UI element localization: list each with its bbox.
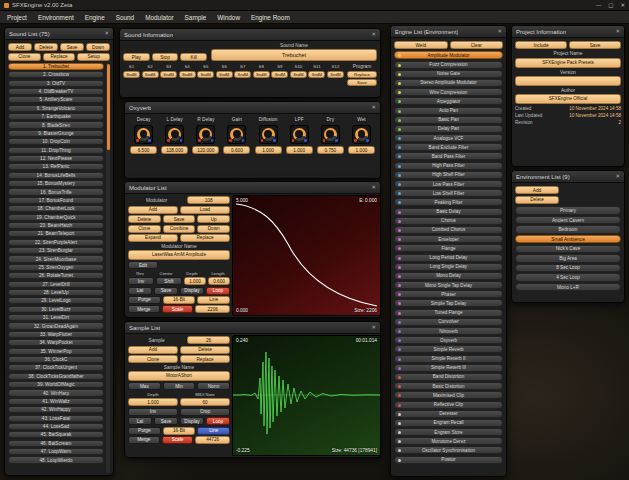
sound-list-scrollbar[interactable]	[106, 63, 110, 473]
author-field[interactable]: SFXEngine Official	[515, 94, 621, 104]
sound-list-item[interactable]: 43. LoseFatal	[8, 415, 104, 422]
menu-item[interactable]: Sound	[116, 14, 134, 21]
engine-list-item[interactable]: Deresser	[394, 410, 503, 418]
knob-control[interactable]	[259, 125, 278, 144]
menu-item[interactable]: Modulator	[145, 14, 173, 21]
environment-add-button[interactable]: Add	[515, 186, 559, 194]
knob-control[interactable]	[165, 125, 184, 144]
sample-index-value[interactable]: 26	[187, 336, 230, 344]
engine-list-item[interactable]: Low Pass Filter	[394, 180, 503, 188]
close-icon[interactable]: ✕	[497, 29, 502, 35]
menu-item[interactable]: Window	[217, 14, 240, 21]
modulator-edit-button[interactable]: Loop	[206, 287, 230, 295]
shift-button[interactable]: Shift	[156, 277, 182, 285]
environment-list-item[interactable]: Nick's Cave	[515, 245, 621, 253]
sound-list-item[interactable]: 18. ChamberLock	[8, 205, 104, 212]
sound-list-item[interactable]: 44. LoseSad	[8, 423, 104, 430]
sound-list-button[interactable]: Replace	[43, 53, 76, 61]
sound-list-item[interactable]: 7. Earthquake	[8, 113, 104, 120]
scrollbar-thumb[interactable]	[107, 64, 110, 150]
program-save-button[interactable]: Save	[347, 79, 377, 86]
knob-value[interactable]: 0.600	[223, 146, 250, 154]
knob-control[interactable]	[196, 125, 215, 144]
sample-edit-button[interactable]: Save	[154, 417, 178, 425]
sound-list-item[interactable]: 34. WarpPocket	[8, 339, 104, 346]
engine-list-item[interactable]: High Pass Filter	[394, 162, 503, 170]
engine-list-item[interactable]: Simple Reverb III	[394, 364, 503, 372]
engine-list-item[interactable]: Simple Tap Delay	[394, 299, 503, 307]
sound-list-item[interactable]: 22. SirenPurpleAlert	[8, 239, 104, 246]
engine-list-item[interactable]: Positor	[394, 456, 503, 464]
sample-button[interactable]: Add	[128, 346, 178, 354]
close-icon[interactable]: ✕	[615, 174, 620, 180]
slot-sndm-button[interactable]: SndM	[271, 71, 288, 78]
engine-list-item[interactable]: Noise Gate	[394, 70, 503, 78]
sample-edit-button[interactable]: Scale	[162, 436, 194, 444]
engine-list-item[interactable]: High Shelf Filter	[394, 171, 503, 179]
modulator-button[interactable]: Delete	[128, 215, 161, 223]
close-icon[interactable]: ✕	[371, 325, 376, 331]
sound-list-item[interactable]: 6. StrangeVolcano	[8, 105, 104, 112]
sound-list-item[interactable]: 47. LoopWarm	[8, 448, 104, 455]
slot-sndm-button[interactable]: SndM	[160, 71, 177, 78]
sound-list-button[interactable]: Clone	[8, 53, 41, 61]
engine-list-item[interactable]: Phaser	[394, 290, 503, 298]
modulator-button[interactable]: Up	[197, 215, 230, 223]
sound-list-item[interactable]: 48. LoopWierdo	[8, 456, 104, 463]
sound-list-item[interactable]: 10. DropCoin	[8, 138, 104, 145]
environment-list-item[interactable]: Big Area	[515, 254, 621, 262]
sound-list-item[interactable]: 42. WinHappy	[8, 406, 104, 413]
modulator-edit-button[interactable]: Merge	[128, 305, 160, 313]
invert-button[interactable]: Inv	[128, 277, 154, 285]
length-value[interactable]: 0.600	[208, 277, 230, 285]
environment-list-item[interactable]: Bedroom	[515, 225, 621, 233]
engine-list-item[interactable]: Basic Pan	[394, 116, 503, 124]
slot-sndm-button[interactable]: SndM	[123, 71, 140, 78]
engine-list-button[interactable]: Clear	[450, 41, 504, 49]
stop-button[interactable]: Stop	[152, 53, 179, 61]
program-replace-button[interactable]: Replace	[347, 71, 377, 78]
sample-level-button[interactable]: Norm	[197, 382, 230, 390]
environment-list-item[interactable]: Mono L+R	[515, 283, 621, 291]
engine-list-item[interactable]: Simple Reverb II	[394, 355, 503, 363]
engine-list-item[interactable]: Delay Pan	[394, 125, 503, 133]
menu-item[interactable]: Engine Room	[251, 14, 290, 21]
knob-value[interactable]: 1.000	[255, 146, 282, 154]
knob-value[interactable]: 0.750	[317, 146, 344, 154]
sound-list-item[interactable]: 35. WinnerPop	[8, 348, 104, 355]
engine-list-item[interactable]: Monotone Derez	[394, 437, 503, 445]
sample-button[interactable]: Clone	[128, 355, 178, 363]
close-icon[interactable]: ✕	[615, 29, 620, 35]
slot-sndm-button[interactable]: SndM	[142, 71, 159, 78]
sound-list-item[interactable]: 27. LevelDrill	[8, 281, 104, 288]
engine-list-item[interactable]: Low Shelf Filter	[394, 189, 503, 197]
engine-list-item[interactable]: Peaking Filter	[394, 198, 503, 206]
sound-list-item[interactable]: 8. BladeSiren	[8, 121, 104, 128]
environment-list-item[interactable]: 4 Sec Loop	[515, 273, 621, 281]
modulator-button[interactable]: Combine	[163, 225, 196, 233]
sound-list-item[interactable]: 4. OldBreakerTV	[8, 88, 104, 95]
sample-edit-button[interactable]: Inv	[128, 408, 178, 416]
maximize-icon[interactable]: ▢	[608, 2, 613, 8]
sound-list-item[interactable]: 19. ChamberQuick	[8, 214, 104, 221]
engine-list-item[interactable]: Long Period Delay	[394, 254, 503, 262]
sample-edit-button[interactable]: 16-Bit	[163, 427, 196, 435]
menu-item[interactable]: Sample	[185, 14, 207, 21]
modulator-size-value[interactable]: 2206	[195, 305, 230, 313]
knob-value[interactable]: 1.000	[348, 146, 375, 154]
sound-list-item[interactable]: 24. SirenMoonbase	[8, 255, 104, 262]
sound-list-item[interactable]: 2. Crossbow	[8, 71, 104, 78]
sample-waveform-display[interactable]: 0.240 00:01.014 -0.225 Size: 44736 [1789…	[232, 335, 381, 456]
sound-list-item[interactable]: 21. BeamTeleport	[8, 230, 104, 237]
sound-name-field[interactable]: Trebuchet	[211, 49, 377, 61]
sound-list-item[interactable]: 11. DropThing	[8, 147, 104, 154]
sound-list-item[interactable]: 12. NextPlease	[8, 155, 104, 162]
engine-list-item[interactable]: Fuzz Compression	[394, 61, 503, 69]
engine-list-item[interactable]: Flange	[394, 244, 503, 252]
knob-control[interactable]	[290, 125, 309, 144]
sound-list-button[interactable]: Save	[60, 43, 84, 51]
sound-list-item[interactable]: 17. BonusFound	[8, 197, 104, 204]
sample-edit-button[interactable]: Purge	[128, 427, 161, 435]
sound-list-item[interactable]: 3. OldTV	[8, 80, 104, 87]
sound-list-item[interactable]: 9. BlasterGrunge	[8, 130, 104, 137]
